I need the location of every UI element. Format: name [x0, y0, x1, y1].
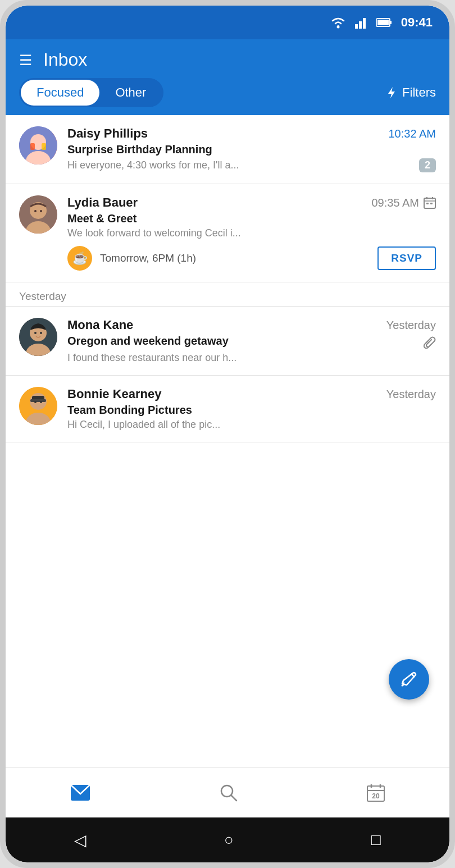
bolt-icon	[385, 86, 398, 99]
svg-marker-7	[388, 87, 395, 98]
svg-rect-33	[30, 399, 46, 402]
svg-rect-12	[42, 143, 46, 150]
preview-bonnie: Hi Cecil, I uploaded all of the pic...	[67, 419, 436, 431]
svg-rect-23	[430, 203, 433, 204]
svg-rect-1	[355, 24, 358, 29]
subject-row-mona: Oregon and weekend getaway	[67, 335, 436, 350]
back-button[interactable]: ◁	[57, 825, 103, 855]
calendar-icon-lydia	[424, 197, 436, 209]
svg-point-35	[40, 401, 42, 403]
svg-rect-3	[363, 18, 366, 29]
svg-point-17	[40, 210, 42, 212]
preview-row-lydia: We look forward to welcoming Cecil i...	[67, 227, 436, 239]
sender-daisy: Daisy Phillips	[67, 126, 148, 141]
subject-lydia: Meet & Greet	[67, 212, 436, 225]
preview-daisy: Hi everyone, 4:30 works for me, I'll a..…	[67, 159, 413, 171]
email-header-mona: Mona Kane Yesterday	[67, 318, 436, 332]
nav-calendar[interactable]: 20	[356, 779, 396, 806]
event-icon-lydia: ☕	[67, 246, 92, 271]
time-mona: Yesterday	[386, 319, 436, 332]
email-header-lydia: Lydia Bauer 09:35 AM	[67, 195, 436, 210]
event-info: ☕ Tomorrow, 6PM (1h)	[67, 246, 196, 271]
svg-line-36	[411, 674, 415, 677]
home-button[interactable]: ○	[207, 825, 251, 855]
preview-row-bonnie: Hi Cecil, I uploaded all of the pic...	[67, 419, 436, 431]
preview-mona: I found these restaurants near our h...	[67, 352, 436, 364]
svg-rect-18	[424, 198, 435, 208]
sender-bonnie: Bonnie Kearney	[67, 387, 162, 401]
svg-point-0	[336, 26, 339, 29]
phone-frame: 09:41 ☰ Inbox Focused Other Filters	[0, 0, 455, 868]
tab-focused[interactable]: Focused	[21, 80, 99, 106]
inbox-tabs: Focused Other	[19, 78, 163, 107]
email-header-daisy: Daisy Phillips 10:32 AM	[67, 126, 436, 141]
header-title: Inbox	[43, 49, 87, 70]
mail-nav-icon	[70, 784, 90, 801]
avatar-lydia	[19, 195, 57, 234]
signal-icon	[355, 16, 367, 29]
svg-point-27	[34, 332, 37, 334]
svg-rect-5	[390, 21, 392, 24]
sender-mona: Mona Kane	[67, 318, 133, 332]
tab-other[interactable]: Other	[99, 80, 162, 106]
svg-point-16	[34, 210, 37, 212]
header: ☰ Inbox Focused Other Filters	[6, 39, 449, 115]
email-item-lydia[interactable]: Lydia Bauer 09:35 AM	[6, 184, 449, 282]
subject-mona: Oregon and weekend getaway	[67, 335, 229, 348]
battery-icon	[376, 17, 392, 28]
preview-row-daisy: Hi everyone, 4:30 works for me, I'll a..…	[67, 158, 436, 172]
badge-daisy: 2	[419, 158, 436, 172]
svg-rect-22	[426, 203, 429, 204]
menu-button[interactable]: ☰	[19, 53, 32, 67]
subject-bonnie: Team Bonding Pictures	[67, 404, 436, 417]
compose-icon	[400, 670, 418, 688]
section-yesterday: Yesterday	[6, 282, 449, 307]
compose-fab[interactable]	[389, 659, 429, 700]
attachment-icon-mona	[424, 336, 436, 349]
email-content-lydia: Lydia Bauer 09:35 AM	[67, 195, 436, 271]
email-item-bonnie[interactable]: Bonnie Kearney Yesterday Team Bonding Pi…	[6, 376, 449, 442]
recent-button[interactable]: □	[354, 825, 398, 855]
status-bar: 09:41	[6, 6, 449, 39]
email-content-mona: Mona Kane Yesterday Oregon and weekend g…	[67, 318, 436, 364]
filters-button[interactable]: Filters	[385, 85, 436, 100]
event-card-lydia: ☕ Tomorrow, 6PM (1h) RSVP	[67, 246, 436, 271]
svg-rect-2	[359, 21, 362, 29]
nav-mail[interactable]	[59, 780, 102, 806]
email-header-bonnie: Bonnie Kearney Yesterday	[67, 387, 436, 401]
email-item-mona[interactable]: Mona Kane Yesterday Oregon and weekend g…	[6, 307, 449, 376]
time-bonnie: Yesterday	[386, 388, 436, 401]
svg-point-28	[40, 332, 42, 334]
filters-label: Filters	[402, 85, 436, 100]
time-daisy: 10:32 AM	[388, 127, 436, 140]
svg-rect-11	[30, 143, 35, 150]
phone-screen: 09:41 ☰ Inbox Focused Other Filters	[6, 6, 449, 862]
avatar-mona	[19, 318, 57, 356]
avatar-daisy	[19, 126, 57, 165]
email-item-daisy[interactable]: Daisy Phillips 10:32 AM Surprise Birthda…	[6, 115, 449, 184]
svg-line-41	[231, 796, 236, 801]
system-nav-bar: ◁ ○ □	[6, 817, 449, 862]
email-content-bonnie: Bonnie Kearney Yesterday Team Bonding Pi…	[67, 387, 436, 431]
svg-text:20: 20	[372, 792, 380, 800]
event-time-lydia: Tomorrow, 6PM (1h)	[100, 252, 196, 264]
wifi-icon	[330, 16, 346, 29]
email-content-daisy: Daisy Phillips 10:32 AM Surprise Birthda…	[67, 126, 436, 172]
header-top: ☰ Inbox	[19, 49, 436, 78]
svg-point-34	[34, 401, 37, 403]
bottom-nav: 20	[6, 767, 449, 817]
avatar-bonnie	[19, 387, 57, 425]
email-list: Daisy Phillips 10:32 AM Surprise Birthda…	[6, 115, 449, 767]
tab-row: Focused Other Filters	[19, 78, 436, 115]
nav-search[interactable]	[208, 779, 249, 806]
status-time: 09:41	[401, 15, 433, 30]
sender-lydia: Lydia Bauer	[67, 195, 138, 210]
time-lydia: 09:35 AM	[371, 197, 419, 209]
preview-lydia: We look forward to welcoming Cecil i...	[67, 227, 436, 239]
rsvp-button[interactable]: RSVP	[377, 246, 436, 270]
preview-row-mona: I found these restaurants near our h...	[67, 352, 436, 364]
search-nav-icon	[220, 784, 238, 802]
svg-rect-6	[377, 20, 389, 25]
svg-line-38	[402, 684, 404, 686]
svg-point-40	[221, 785, 233, 797]
